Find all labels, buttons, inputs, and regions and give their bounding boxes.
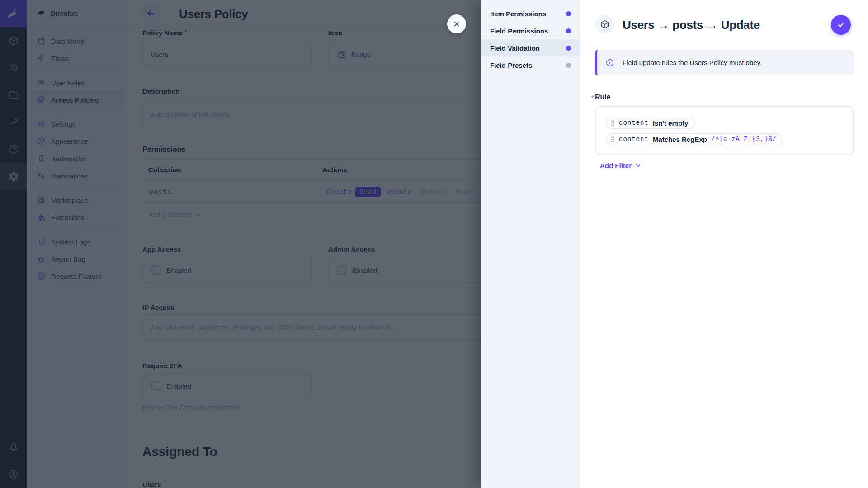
info-banner-text: Field update rules the Users Policy must… <box>623 59 762 66</box>
drawer-close-button[interactable] <box>447 14 466 33</box>
info-icon <box>605 58 614 67</box>
drawer-header-icon-circle <box>595 15 614 34</box>
drawer-nav-item-permissions[interactable]: Item Permissions <box>481 5 580 22</box>
close-icon <box>452 19 462 29</box>
info-banner: Field update rules the Users Policy must… <box>595 50 854 75</box>
drawer-nav-field-validation[interactable]: Field Validation <box>481 39 580 56</box>
rule-label: Rule <box>595 93 611 101</box>
filter-operator[interactable]: Isn't empty <box>653 119 689 127</box>
modal-overlay[interactable] <box>0 0 481 488</box>
filter-field[interactable]: content <box>619 136 649 143</box>
check-icon <box>836 20 846 30</box>
chevron-down-icon <box>634 162 642 169</box>
cube-icon <box>600 19 610 29</box>
filter-field[interactable]: content <box>619 119 649 127</box>
drawer-title: Users → posts → Update <box>623 18 760 32</box>
drawer-nav-field-permissions[interactable]: Field Permissions <box>481 22 580 39</box>
rule-required-dot <box>591 95 594 98</box>
add-filter-button[interactable]: Add Filter <box>600 162 642 169</box>
filter-row[interactable]: content Isn't empty <box>606 117 695 129</box>
rule-filter-group <box>595 106 854 155</box>
status-dot <box>566 46 571 51</box>
field-validation-drawer: Users → posts → Update Field update rule… <box>580 0 868 488</box>
filter-operator[interactable]: Matches RegExp <box>653 136 707 143</box>
status-dot <box>566 11 571 16</box>
filter-row[interactable]: content Matches RegExp /^[a-zA-Z]{3,}$/ <box>606 133 783 145</box>
drag-handle-icon[interactable] <box>611 120 615 126</box>
status-dot <box>566 28 571 33</box>
status-dot <box>566 63 571 68</box>
drawer-nav-field-presets[interactable]: Field Presets <box>481 56 580 74</box>
save-button[interactable] <box>831 15 851 35</box>
filter-value[interactable]: /^[a-zA-Z]{3,}$/ <box>711 136 776 143</box>
drag-handle-icon[interactable] <box>611 136 615 142</box>
drawer-section-nav: Item Permissions Field Permissions Field… <box>481 0 580 488</box>
